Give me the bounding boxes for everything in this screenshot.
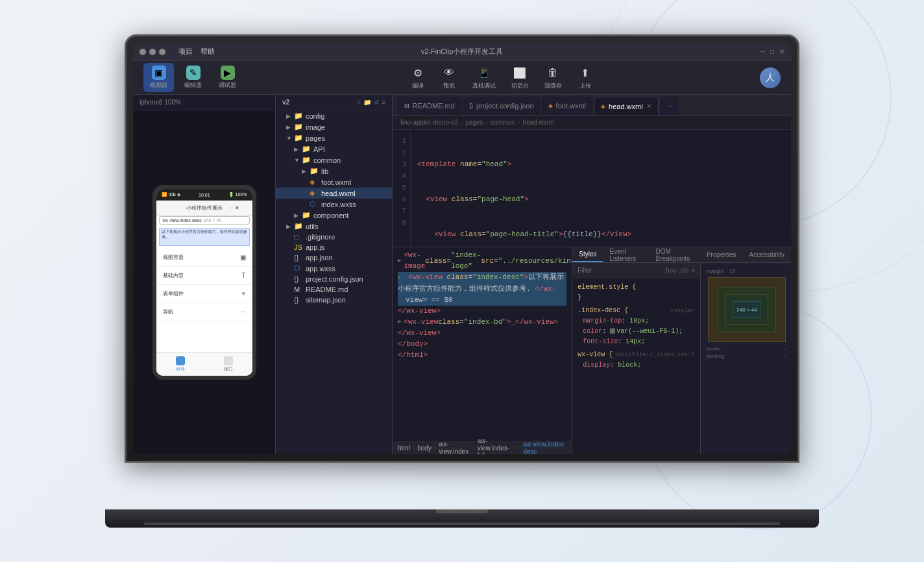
filter-input[interactable] <box>578 267 660 274</box>
tab-project-config[interactable]: {} project.config.json <box>463 97 541 115</box>
tree-label-utils: utils <box>306 223 319 230</box>
laptop-hinge <box>436 509 488 513</box>
editor-button[interactable]: ✎ 编辑器 <box>178 63 208 92</box>
simulator-button[interactable]: ▣ 模拟器 <box>143 63 174 92</box>
tree-label-readme: README.md <box>306 286 348 293</box>
tab-foot-wxml[interactable]: ◈ foot.wxml <box>542 97 592 115</box>
phone-menu-item-3[interactable]: 表单组件 ≡ <box>156 285 252 303</box>
tree-label-pages: pages <box>306 134 325 142</box>
el-expand-1[interactable]: ▶ <box>398 256 401 267</box>
tree-item-app-json[interactable]: ▶ {} app.json <box>276 252 392 263</box>
editor-tab-bar: M README.md {} project.config.json ◈ foo… <box>393 95 791 116</box>
phone-status-left: 📶 IDE ◈ <box>162 192 181 197</box>
css-crumb-sep-4: › <box>518 445 520 452</box>
css-crumb-wx-view-index-hd[interactable]: wx-view.index-hd <box>478 437 516 455</box>
interface-nav-label: 接口 <box>224 366 233 373</box>
file-tree-header: v2 + 📁 ↺ ≡ <box>276 95 392 110</box>
el-line-2[interactable]: ▶ <wx-view class="index-desc">以下将展示小程序官方… <box>398 272 566 306</box>
tree-item-utils[interactable]: ▶ 📁 utils <box>276 221 392 232</box>
preview-action[interactable]: 👁 预览 <box>441 65 457 90</box>
line-num-3: 3 <box>396 158 406 170</box>
new-file-icon[interactable]: + <box>357 99 361 106</box>
tree-item-index-wxss[interactable]: ▶ ⬡ index.wxss <box>276 199 392 210</box>
tree-label-head-wxml: head.wxml <box>321 189 356 197</box>
css-crumb-body[interactable]: body <box>417 445 432 452</box>
nav-item-interface[interactable]: 接口 <box>224 356 233 373</box>
minimize-icon[interactable]: ─ <box>760 48 765 55</box>
tree-item-app-js[interactable]: ▶ JS app.js <box>276 242 392 252</box>
toolbar-right: 人 <box>760 67 781 88</box>
maximize-icon[interactable]: □ <box>770 48 774 55</box>
window-maximize-btn[interactable] <box>159 49 165 55</box>
user-avatar[interactable]: 人 <box>760 67 781 88</box>
menu-bar: 项目 帮助 <box>178 47 215 56</box>
window-scale-label: iphone6 100% <box>140 99 181 106</box>
menu-item-icon-4: ··· <box>240 308 245 315</box>
refresh-icon[interactable]: ↺ <box>374 99 379 106</box>
devtools-panel: ▶ <wx-image class="index-logo" src="../r… <box>393 247 791 454</box>
elements-panel[interactable]: ▶ <wx-image class="index-logo" src="../r… <box>393 247 572 441</box>
tree-item-pages[interactable]: ▼ 📁 pages <box>276 132 392 143</box>
css-rule-wx-view: wx-view { localfile:/_index.css:2 displa… <box>578 350 695 371</box>
phone-menu-item-4[interactable]: 导航 ··· <box>156 303 252 321</box>
phone-menu-item-1[interactable]: 视图容器 ▣ <box>156 249 252 267</box>
css-crumb-html[interactable]: html <box>398 445 410 452</box>
tree-item-common[interactable]: ▼ 📁 common <box>276 154 392 165</box>
styles-tab-event-listeners[interactable]: Event Listeners <box>603 247 649 262</box>
tree-item-readme[interactable]: ▶ M README.md <box>276 284 392 295</box>
styles-tab-accessibility[interactable]: Accessibility <box>743 247 791 262</box>
tree-item-app-wxss[interactable]: ▶ ⬡ app.wxss <box>276 263 392 274</box>
el-expand-3[interactable]: ▶ <box>398 317 401 328</box>
tree-item-component[interactable]: ▶ 📁 component <box>276 210 392 221</box>
collapse-icon[interactable]: ≡ <box>382 99 385 106</box>
tab-readme[interactable]: M README.md <box>398 97 461 115</box>
device-debug-action[interactable]: 📱 真机调试 <box>472 65 496 90</box>
styles-tab-dom-breakpoints[interactable]: DOM Breakpoints <box>650 247 700 262</box>
el-expand-2[interactable]: ▶ <box>398 275 401 281</box>
el-line-5: </wx-view> <box>398 328 566 339</box>
tree-item-foot-wxml[interactable]: ▶ ◈ foot.wxml <box>276 177 392 188</box>
styles-tab-styles[interactable]: Styles <box>572 247 603 262</box>
clear-cache-action[interactable]: 🗑 清缓存 <box>544 65 562 90</box>
tree-item-config[interactable]: ▶ 📁 config <box>276 110 392 121</box>
code-content[interactable]: <template name="head"> <view class="page… <box>411 130 791 247</box>
upload-action[interactable]: ⬆ 上传 <box>578 65 593 90</box>
clear-cache-icon: 🗑 <box>545 65 561 80</box>
styles-tab-bar: Styles Event Listeners DOM Breakpoints P… <box>572 247 791 263</box>
close-icon[interactable]: ✕ <box>779 48 784 55</box>
styles-tab-properties[interactable]: Properties <box>700 247 743 262</box>
tree-item-image[interactable]: ▶ 📁 image <box>276 121 392 132</box>
phone-menu-item-2[interactable]: 基础内容 T <box>156 267 252 285</box>
debugger-button[interactable]: ▶ 调试器 <box>212 63 243 92</box>
filter-hover-btn[interactable]: :hov <box>664 267 676 274</box>
device-debug-icon: 📱 <box>476 65 492 80</box>
css-crumb-wx-view-index-desc[interactable]: wx-view.index-desc <box>523 441 566 454</box>
tab-more[interactable]: ··· <box>660 97 679 115</box>
tree-item-head-wxml[interactable]: ▶ ◈ head.wxml <box>276 188 392 199</box>
code-editor[interactable]: 1 2 3 4 5 6 7 8 <template name="head"> <… <box>393 130 791 247</box>
tree-item-gitignore[interactable]: ▶ □ .gitignore <box>276 232 392 242</box>
menu-help[interactable]: 帮助 <box>201 47 215 56</box>
tree-item-project-config[interactable]: ▶ {} project.config.json <box>276 274 392 284</box>
phone-menu-btn[interactable]: ··· ✕ <box>229 205 239 211</box>
wxss-file-icon-2: ⬡ <box>294 264 303 273</box>
tab-head-wxml[interactable]: ◈ head.wxml ✕ <box>594 97 659 115</box>
menu-project[interactable]: 项目 <box>178 47 193 56</box>
background-action[interactable]: ⬜ 切后台 <box>511 65 529 90</box>
filter-cls-btn[interactable]: .cls <box>679 267 688 274</box>
border-value: - <box>784 346 786 352</box>
nav-item-component[interactable]: 组件 <box>176 356 185 373</box>
tree-item-sitemap[interactable]: ▶ {} sitemap.json <box>276 295 392 305</box>
tree-item-lib[interactable]: ▶ 📁 lib <box>276 165 392 177</box>
filter-add-btn[interactable]: + <box>691 267 695 274</box>
tree-item-api[interactable]: ▶ 📁 API <box>276 143 392 154</box>
window-close-btn[interactable] <box>140 49 146 55</box>
css-crumb-wx-view-index[interactable]: wx-view.index <box>439 441 470 454</box>
window-minimize-btn[interactable] <box>149 49 156 55</box>
js-file-icon: JS <box>294 243 303 251</box>
tab-close-icon[interactable]: ✕ <box>646 103 651 110</box>
phone-app-titlebar: 小程序组件展示 ··· ✕ <box>156 201 252 216</box>
clear-cache-label: 清缓存 <box>544 82 562 90</box>
compile-action[interactable]: ⚙ 编译 <box>410 65 426 90</box>
new-folder-icon[interactable]: 📁 <box>363 99 371 106</box>
